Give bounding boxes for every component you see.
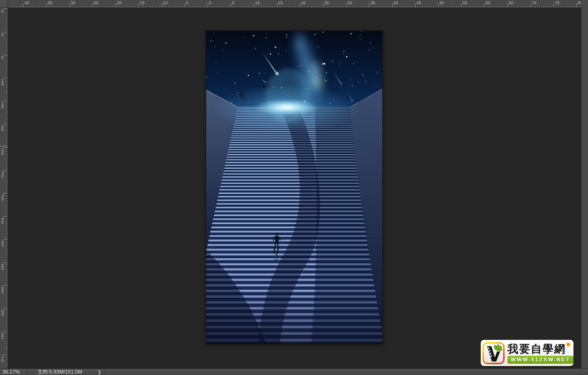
watermark-site-name: 我要自學網 [507, 343, 573, 355]
watermark-badge-icon [566, 343, 570, 346]
document-size-info[interactable]: 文档:5.93M/151.0M [37, 369, 82, 375]
canvas-workspace[interactable] [8, 8, 581, 368]
51zxw-watermark: 我要自學網 WWW.51ZXW.NET [481, 340, 573, 366]
document-canvas[interactable] [206, 31, 382, 344]
horizontal-ruler[interactable]: 4035302520151050510152025303540455055606… [8, 0, 581, 8]
vertical-ruler[interactable]: 5051 01 52 02 53 03 54 04 55 05 56 06 57… [0, 8, 8, 368]
artwork-staircase-to-sky [206, 31, 382, 344]
51zxw-logo-icon [483, 342, 505, 364]
status-bar: 36.17% 文档:5.93M/151.0M ❯ [0, 368, 588, 375]
vertical-scrollbar[interactable] [581, 0, 588, 368]
status-options-chevron-icon[interactable]: ❯ [97, 369, 101, 375]
statusbar-divider [27, 369, 27, 375]
ruler-corner[interactable] [0, 0, 8, 8]
watermark-site-url: WWW.51ZXW.NET [507, 356, 573, 364]
statusbar-divider [104, 369, 104, 375]
zoom-level-field[interactable]: 36.17% [2, 369, 20, 375]
photoshop-workspace: 4035302520151050510152025303540455055606… [0, 0, 588, 375]
ruler-cursor-marker [0, 146, 8, 146]
